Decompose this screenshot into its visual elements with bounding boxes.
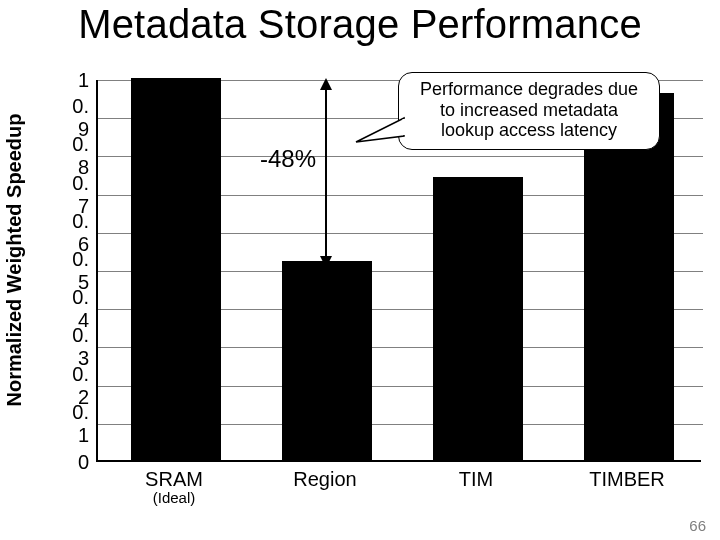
bar-tim (433, 177, 523, 460)
svg-marker-0 (356, 118, 404, 142)
y-tick: 0 (78, 451, 89, 474)
x-category-label: TIMBER (589, 468, 665, 490)
delta-arrow-line (325, 88, 327, 258)
y-tick: 0. 1 (72, 401, 89, 447)
slide: Metadata Storage Performance Normalized … (0, 0, 720, 540)
bar-region (282, 261, 372, 460)
y-axis-label: Normalized Weighted Speedup (3, 114, 26, 407)
y-tick: 1 (78, 69, 89, 92)
callout-text: Performance degrades due to increased me… (413, 79, 645, 141)
arrow-down-icon (320, 256, 332, 268)
x-category-label: SRAM (145, 468, 203, 490)
x-category-region: Region (250, 468, 400, 491)
x-category-timber: TIMBER (552, 468, 702, 491)
x-category-label: Region (293, 468, 356, 490)
page-title: Metadata Storage Performance (0, 2, 720, 47)
x-category-sub: (Ideal) (99, 489, 249, 506)
chart: 1 0. 9 0. 8 0. 7 0. 6 0. 5 0. 4 0. 3 0. … (96, 80, 701, 462)
callout-tail-icon (356, 118, 404, 150)
x-category-label: TIM (459, 468, 493, 490)
callout-bubble: Performance degrades due to increased me… (398, 72, 660, 150)
bar-sram (131, 78, 221, 460)
arrow-up-icon (320, 78, 332, 90)
x-category-sram: SRAM (Ideal) (99, 468, 249, 506)
page-number: 66 (689, 517, 706, 534)
delta-annotation: -48% (260, 145, 316, 173)
x-category-tim: TIM (401, 468, 551, 491)
